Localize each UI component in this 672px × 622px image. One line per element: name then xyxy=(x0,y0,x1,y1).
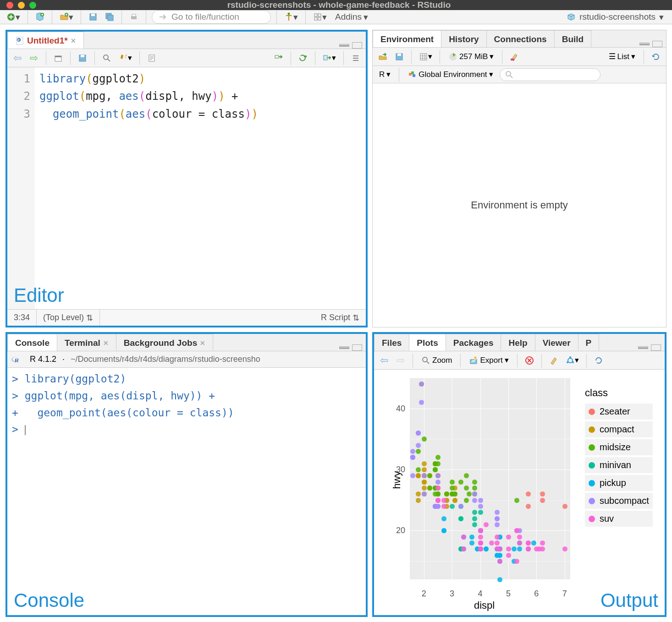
tab-history[interactable]: History xyxy=(441,30,486,47)
tab-terminal[interactable]: Terminal ✕ xyxy=(57,334,116,351)
forward-button[interactable]: ⇨ xyxy=(28,51,40,65)
maximize-pane-icon[interactable] xyxy=(352,42,362,49)
tab-environment[interactable]: Environment xyxy=(373,30,441,47)
print-button[interactable] xyxy=(127,10,140,24)
grid-button[interactable]: ▾ xyxy=(311,10,329,24)
code-area[interactable]: library(ggplot2)ggplot(mpg, aes(displ, h… xyxy=(35,67,366,309)
minimize-pane-icon[interactable] xyxy=(639,43,650,45)
legend-title: class xyxy=(585,387,653,399)
compile-report-button[interactable] xyxy=(145,51,158,65)
svg-point-45 xyxy=(567,361,568,363)
search-icon xyxy=(505,70,514,79)
source-button[interactable]: ▾ xyxy=(321,51,338,65)
environment-body: Environment is empty xyxy=(373,83,666,327)
tab-build[interactable]: Build xyxy=(554,30,592,47)
console-window-controls xyxy=(336,344,366,351)
tab-files[interactable]: Files xyxy=(374,334,409,351)
clear-plots-button[interactable] xyxy=(547,354,560,367)
tab-help[interactable]: Help xyxy=(501,334,535,351)
scatter-chart: hwy displ 203040234567 xyxy=(382,373,579,611)
svg-rect-33 xyxy=(411,71,414,74)
new-file-button[interactable]: ▾ xyxy=(5,10,22,24)
project-menu[interactable]: rstudio-screenshots ▾ xyxy=(563,12,667,22)
show-in-new-window-button[interactable] xyxy=(52,51,65,65)
tab-packages[interactable]: Packages xyxy=(446,334,501,351)
maximize-pane-icon[interactable] xyxy=(352,344,362,351)
legend-item-subcompact: subcompact xyxy=(585,493,653,509)
export-button[interactable]: Export ▾ xyxy=(466,354,511,367)
save-workspace-button[interactable] xyxy=(393,50,406,64)
remove-plot-button[interactable] xyxy=(523,354,536,367)
refresh-plot-button[interactable] xyxy=(592,354,605,367)
svg-rect-10 xyxy=(286,15,292,16)
svg-rect-6 xyxy=(108,15,113,21)
env-search-input[interactable] xyxy=(500,68,600,81)
window-title: rstudio-screenshots - whole-game-feedbac… xyxy=(43,0,672,10)
console-body[interactable]: > library(ggplot2)> ggplot(mpg, aes(disp… xyxy=(7,368,366,615)
run-button[interactable] xyxy=(272,51,285,65)
editor-save-button[interactable] xyxy=(76,51,89,65)
zoom-button[interactable]: Zoom xyxy=(419,354,455,367)
tab-plots[interactable]: Plots xyxy=(409,334,446,351)
editor-tab-untitled[interactable]: R Untitled1* ✕ xyxy=(7,32,84,49)
tab-background-jobs[interactable]: Background Jobs ✕ xyxy=(116,334,213,351)
svg-rect-28 xyxy=(397,54,401,56)
svg-rect-8 xyxy=(132,14,136,16)
legend-item-pickup: pickup xyxy=(585,475,653,491)
tab-viewer[interactable]: Viewer xyxy=(535,334,578,351)
code-tools-button[interactable]: ▾ xyxy=(117,51,134,65)
legend-item-compact: compact xyxy=(585,421,653,437)
scope-icon xyxy=(408,70,417,79)
minimize-pane-icon[interactable] xyxy=(339,346,349,349)
editor-pane: R Untitled1* ✕ ⇦ ⇨ ▾ xyxy=(6,30,368,327)
back-button[interactable]: ⇦ xyxy=(11,51,24,65)
view-mode-selector[interactable]: ☰ List ▾ xyxy=(606,50,638,64)
environment-pane: EnvironmentHistoryConnectionsBuild ▾ 257… xyxy=(372,30,666,327)
svg-rect-34 xyxy=(413,74,415,77)
scope-selector[interactable]: Global Environment ▾ xyxy=(405,69,496,80)
console-infobar: R R 4.1.2 · ~/Documents/r4ds/r4ds/diagra… xyxy=(7,351,366,368)
editor-body[interactable]: 123 library(ggplot2)ggplot(mpg, aes(disp… xyxy=(7,67,366,309)
import-dataset-button[interactable]: ▾ xyxy=(417,50,434,64)
goto-placeholder: Go to file/function xyxy=(171,12,239,22)
tab-p[interactable]: P xyxy=(578,334,600,351)
goto-file-function-input[interactable]: Go to file/function xyxy=(152,10,271,24)
maximize-window-button[interactable] xyxy=(29,2,36,9)
maximize-pane-icon[interactable] xyxy=(651,344,661,351)
language-selector[interactable]: R Script ⇅ xyxy=(314,310,366,326)
close-window-button[interactable] xyxy=(6,2,13,9)
load-workspace-button[interactable] xyxy=(376,50,389,64)
maximize-pane-icon[interactable] xyxy=(652,41,662,47)
prev-plot-button[interactable]: ⇦ xyxy=(378,354,391,367)
rerun-button[interactable] xyxy=(297,51,309,65)
svg-rect-25 xyxy=(275,55,279,58)
tab-console[interactable]: Console xyxy=(7,334,57,351)
outline-button[interactable] xyxy=(349,51,362,65)
close-tab-icon[interactable]: ✕ xyxy=(71,37,76,44)
find-button[interactable] xyxy=(100,51,113,65)
window-titlebar: rstudio-screenshots - whole-game-feedbac… xyxy=(0,0,672,10)
r-version: R 4.1.2 xyxy=(30,355,56,364)
goto-arrow-icon xyxy=(159,12,168,22)
new-project-button[interactable] xyxy=(33,10,46,24)
save-all-button[interactable] xyxy=(103,10,116,24)
minimize-pane-icon[interactable] xyxy=(339,44,349,47)
editor-tab-title: Untitled1* xyxy=(27,36,68,46)
open-file-button[interactable]: ▾ xyxy=(58,10,75,24)
cursor-position: 3:34 xyxy=(7,310,37,326)
minimize-window-button[interactable] xyxy=(18,2,25,9)
tools-button[interactable]: ▾ xyxy=(282,10,300,24)
memory-usage[interactable]: 257 MiB ▾ xyxy=(446,50,496,64)
minimize-pane-icon[interactable] xyxy=(638,346,648,349)
next-plot-button[interactable]: ⇨ xyxy=(394,354,407,367)
addins-menu[interactable]: Addins ▾ xyxy=(332,10,371,24)
language-selector[interactable]: R ▾ xyxy=(376,69,393,80)
scope-selector[interactable]: (Top Level) ⇅ xyxy=(37,310,100,326)
main-toolbar: ▾ ▾ Go to file/function ▾ ▾ Addins ▾ rst… xyxy=(0,10,672,24)
clear-workspace-button[interactable] xyxy=(508,50,521,64)
publish-button[interactable]: ▾ xyxy=(564,354,581,367)
tab-connections[interactable]: Connections xyxy=(486,30,555,47)
save-button[interactable] xyxy=(87,10,99,24)
svg-rect-20 xyxy=(55,56,61,57)
refresh-env-button[interactable] xyxy=(650,50,662,64)
